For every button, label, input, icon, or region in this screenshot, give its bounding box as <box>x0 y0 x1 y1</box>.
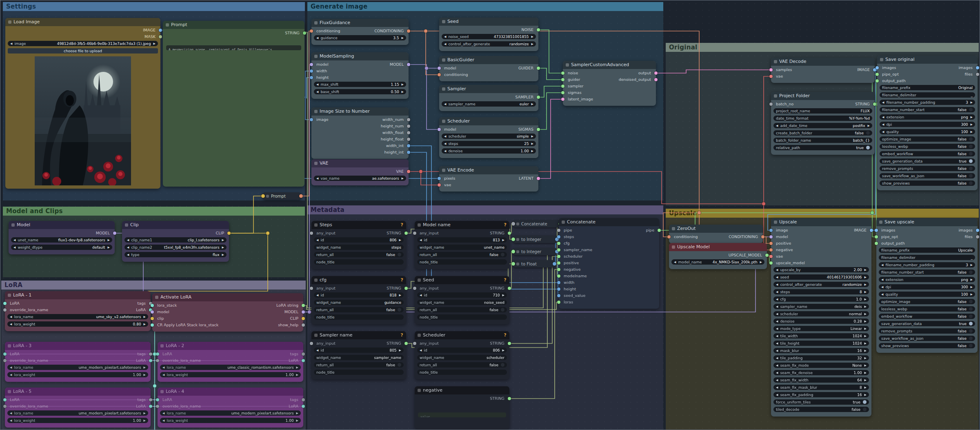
toggle-knob[interactable] <box>969 300 973 303</box>
output-socket-lora-string[interactable] <box>302 304 305 307</box>
collapse-icon[interactable] <box>562 221 565 224</box>
node-header[interactable]: ModelSampling <box>311 52 409 60</box>
node-header[interactable]: LoRA - 3 <box>5 342 151 350</box>
decrement-arrow-icon[interactable]: ◀ <box>776 349 778 352</box>
output-socket-tags[interactable] <box>149 398 152 401</box>
toggle-knob[interactable] <box>969 174 973 178</box>
widget-return-all[interactable]: return_allfalse <box>415 251 509 258</box>
input-socket-noise[interactable] <box>561 71 564 75</box>
node-scheduler-node[interactable]: SchedulermodelSIGMAS◀schedulersimple▶◀st… <box>439 117 538 158</box>
input-socket-samples[interactable] <box>769 68 773 71</box>
output-socket-pipe[interactable] <box>658 229 661 232</box>
decrement-arrow-icon[interactable]: ◀ <box>882 116 884 119</box>
decrement-arrow-icon[interactable]: ◀ <box>882 101 884 104</box>
decrement-arrow-icon[interactable]: ◀ <box>10 366 12 369</box>
input-socket-clip[interactable] <box>151 317 154 320</box>
widget-node-title[interactable]: node_title <box>311 369 406 376</box>
node-header[interactable]: Project Folder <box>771 92 875 100</box>
image-preview-frame[interactable] <box>5 56 160 185</box>
decrement-arrow-icon[interactable]: ◀ <box>444 142 446 145</box>
output-socket[interactable] <box>299 194 303 198</box>
output-socket-model[interactable] <box>113 232 116 235</box>
increment-arrow-icon[interactable]: ▶ <box>402 83 404 86</box>
output-socket-image[interactable] <box>870 229 873 232</box>
collapse-icon[interactable] <box>314 223 318 227</box>
help-icon[interactable]: ? <box>504 221 507 229</box>
widget-widget-name[interactable]: widget_nameunet_name <box>415 244 509 251</box>
node-header[interactable]: Seed <box>439 18 538 26</box>
input-socket-vae[interactable] <box>438 183 441 187</box>
increment-arrow-icon[interactable]: ▶ <box>531 42 533 46</box>
node-header[interactable]: LoRA - 4 <box>158 388 303 396</box>
node-concatenate[interactable]: Concatenatepipepipestepscfgsampler_names… <box>559 218 659 309</box>
output-socket-tags[interactable] <box>302 398 305 401</box>
increment-arrow-icon[interactable]: ▶ <box>864 290 867 294</box>
decrement-arrow-icon[interactable]: ◀ <box>162 419 164 422</box>
decrement-arrow-icon[interactable]: ◀ <box>316 36 318 40</box>
node-lora-3[interactable]: LoRA - 3LoRAtagsoverride_lora_nameLoRA◀l… <box>5 342 151 382</box>
decrement-arrow-icon[interactable]: ◀ <box>881 285 883 289</box>
increment-arrow-icon[interactable]: ▶ <box>144 373 146 377</box>
input-socket-pipe[interactable] <box>557 229 560 232</box>
increment-arrow-icon[interactable]: ▶ <box>153 42 156 45</box>
output-socket-image[interactable] <box>159 29 162 32</box>
input-socket-override-lora-name[interactable] <box>3 308 7 312</box>
widget-sampler-name[interactable]: ◀sampler_nameeuler▶ <box>439 100 538 108</box>
increment-arrow-icon[interactable]: ▶ <box>502 294 504 297</box>
collapse-icon[interactable] <box>11 223 15 227</box>
decrement-arrow-icon[interactable]: ◀ <box>10 373 12 377</box>
increment-arrow-icon[interactable]: ▶ <box>971 285 973 289</box>
input-socket-sigmas[interactable] <box>561 91 564 94</box>
widget-clip-name2[interactable]: ◀clip_name2t5xxl_fp8_e4m3fn.safetensors▶ <box>122 244 229 251</box>
widget-filename-delimiter[interactable]: filename_delimiter_ <box>877 91 978 99</box>
increment-arrow-icon[interactable]: ▶ <box>531 35 533 38</box>
widget-steps[interactable]: ◀steps25▶ <box>439 140 538 147</box>
input-socket-loras[interactable] <box>557 301 560 304</box>
input-socket-override-lora-name[interactable] <box>156 405 159 408</box>
node-header[interactable]: Image Size to Number <box>311 107 409 116</box>
toggle-knob[interactable] <box>969 329 973 333</box>
node-header[interactable]: Steps? <box>311 221 406 229</box>
widget-seam-fix-mode[interactable]: ◀seam_fix_modeNone▶ <box>771 362 871 369</box>
output-socket-lora[interactable] <box>302 405 305 408</box>
collapse-icon[interactable] <box>418 389 421 392</box>
widget-batch-folder-name[interactable]: batch_folder_namebatch_{} <box>771 137 875 144</box>
input-socket[interactable] <box>511 250 515 254</box>
negative-textarea[interactable]: value <box>418 412 506 417</box>
toggle-knob[interactable] <box>866 146 870 149</box>
widget-clip-name1[interactable]: ◀clip_name1clip_l.safetensors▶ <box>122 236 229 244</box>
node-seed-node[interactable]: SeedNOISE◀noise_seed473323851001855▶◀con… <box>439 18 538 51</box>
group-title[interactable]: Metadata <box>307 205 663 214</box>
output-socket-string[interactable] <box>404 232 408 235</box>
help-icon[interactable]: ? <box>504 331 507 339</box>
collapse-icon[interactable] <box>314 278 318 282</box>
choose-file-button[interactable]: choose file to upload <box>5 47 160 55</box>
collapse-icon[interactable] <box>314 162 318 165</box>
output-socket-noise[interactable] <box>537 28 540 31</box>
widget-date-time-format[interactable]: date_time_format%Y-%m-%d <box>771 115 875 122</box>
input-socket-modelname[interactable] <box>557 274 560 278</box>
node-lora-2[interactable]: LoRA - 2LoRAtagsoverride_lora_nameLoRA◀l… <box>158 342 303 382</box>
toggle-knob[interactable] <box>969 307 973 311</box>
node-activate-lora[interactable]: Activate LoRAlora_stackLoRA stringmodelM… <box>152 293 303 332</box>
output-socket-show-help[interactable] <box>302 323 305 327</box>
increment-arrow-icon[interactable]: ▶ <box>502 349 504 352</box>
node-save-upscale[interactable]: Save upscaleimagesimagespipe_optfilesout… <box>876 218 978 353</box>
increment-arrow-icon[interactable]: ▶ <box>971 278 973 281</box>
node-header[interactable]: Seed? <box>415 276 509 284</box>
widget-tile-width[interactable]: ◀tile_width1024▶ <box>771 332 871 340</box>
group-title[interactable]: Original <box>666 43 979 52</box>
node-header[interactable]: Save upscale <box>876 218 978 226</box>
increment-arrow-icon[interactable]: ▶ <box>864 371 867 374</box>
increment-arrow-icon[interactable]: ▶ <box>864 393 867 397</box>
node-header[interactable]: FluxGuidance <box>311 19 409 27</box>
widget-weight-dtype[interactable]: ◀weight_dtypedefault▶ <box>9 244 115 251</box>
input-socket-pipe-opt[interactable] <box>875 235 878 238</box>
decrement-arrow-icon[interactable]: ◀ <box>13 238 16 242</box>
output-socket-mask[interactable] <box>159 35 162 38</box>
collapse-icon[interactable] <box>314 110 318 113</box>
decrement-arrow-icon[interactable]: ◀ <box>420 238 422 242</box>
collapse-icon[interactable] <box>774 221 777 224</box>
collapse-icon[interactable] <box>418 278 421 282</box>
decrement-arrow-icon[interactable]: ◀ <box>444 102 446 106</box>
